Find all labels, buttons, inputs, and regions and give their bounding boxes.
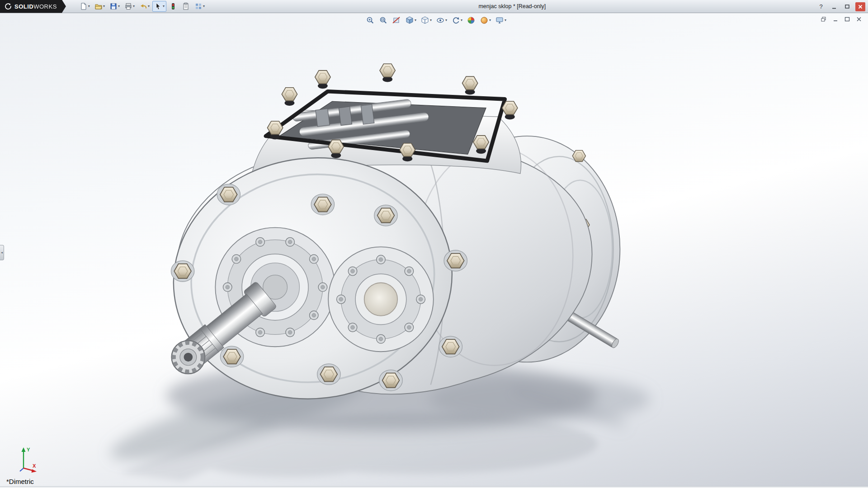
child-restore-icon: [821, 16, 827, 22]
minimize-icon: [831, 4, 837, 10]
hide-show-items-dropdown[interactable]: ▾: [445, 19, 447, 22]
rebuild-button[interactable]: [167, 1, 179, 12]
status-bar: [0, 486, 868, 488]
undo-button[interactable]: ▾: [137, 1, 151, 12]
view-settings-button[interactable]: ▾: [494, 15, 508, 26]
standard-toolbar: ▾ ▾ ▾: [78, 0, 207, 13]
open-button[interactable]: ▾: [93, 1, 107, 12]
undo-icon: [139, 2, 147, 10]
minimize-button[interactable]: [829, 2, 839, 11]
view-settings-dropdown[interactable]: ▾: [505, 19, 506, 22]
feature-manager-expand-tab[interactable]: ◂: [0, 245, 4, 260]
child-minimize-button[interactable]: [831, 16, 839, 23]
headsup-view-toolbar: ▾ ▾ ▾: [364, 15, 508, 26]
options-dropdown[interactable]: ▾: [203, 5, 205, 8]
brand-bold: SOLID: [14, 3, 33, 10]
save-dropdown[interactable]: ▾: [118, 5, 120, 8]
scene-ball-icon: [480, 16, 489, 25]
rotate-view-button[interactable]: ▾: [450, 15, 464, 26]
maximize-icon: [844, 4, 850, 10]
gearbox-top-cover: [252, 64, 521, 174]
select-dropdown[interactable]: ▾: [163, 5, 165, 8]
undo-dropdown[interactable]: ▾: [148, 5, 150, 8]
help-button[interactable]: ?: [816, 2, 826, 11]
graphics-area[interactable]: ▾ ▾ ▾: [0, 13, 868, 486]
traffic-light-icon: [169, 2, 177, 10]
select-button[interactable]: ▾: [152, 1, 166, 12]
hide-show-items-button[interactable]: ▾: [434, 15, 448, 26]
solidworks-window: SOLIDWORKS ▾ ▾: [0, 0, 868, 488]
print-button[interactable]: ▾: [123, 1, 137, 12]
child-maximize-icon: [844, 16, 850, 22]
new-document-icon: [80, 2, 88, 10]
save-icon: [109, 2, 118, 10]
display-style-button[interactable]: ▾: [419, 15, 433, 26]
open-dropdown[interactable]: ▾: [103, 5, 105, 8]
display-style-cube-icon: [420, 16, 429, 25]
eye-icon: [436, 16, 445, 25]
maximize-button[interactable]: [842, 2, 852, 11]
document-title: menjac sklop * [Read-only]: [478, 0, 546, 13]
gearbox-model[interactable]: [0, 13, 868, 486]
view-orientation-cube-icon: [405, 16, 414, 25]
secondary-flange: [328, 247, 434, 352]
window-controls: ?: [816, 0, 865, 13]
rotate-view-dropdown[interactable]: ▾: [461, 19, 462, 22]
appearance-ball-icon: [467, 16, 476, 25]
save-button[interactable]: ▾: [108, 1, 122, 12]
zoom-to-area-button[interactable]: [364, 15, 376, 26]
close-button[interactable]: [855, 2, 865, 11]
print-dropdown[interactable]: ▾: [133, 5, 135, 8]
apply-scene-dropdown[interactable]: ▾: [489, 19, 491, 22]
zoom-to-fit-icon: [379, 16, 388, 25]
zoom-to-area-icon: [366, 16, 375, 25]
new-document-dropdown[interactable]: ▾: [88, 5, 90, 8]
brand-text: SOLIDWORKS: [14, 3, 57, 10]
clipboard-icon: [182, 2, 190, 10]
child-window-controls: [820, 16, 863, 23]
view-orientation-label: *Dimetric: [6, 478, 34, 485]
edit-appearance-button[interactable]: [465, 15, 477, 26]
select-cursor-icon: [154, 2, 162, 10]
view-orientation-dropdown[interactable]: ▾: [415, 19, 416, 22]
apply-scene-button[interactable]: ▾: [478, 15, 492, 26]
triad-z-axis: [20, 468, 24, 471]
triad-x-axis: [24, 468, 33, 471]
open-folder-icon: [94, 2, 103, 10]
file-properties-button[interactable]: [180, 1, 192, 12]
child-maximize-button[interactable]: [843, 16, 851, 23]
view-orientation-button[interactable]: ▾: [404, 15, 418, 26]
rotate-view-icon: [451, 16, 460, 25]
display-style-dropdown[interactable]: ▾: [430, 19, 432, 22]
orientation-triad: Y X: [10, 445, 39, 475]
child-close-button[interactable]: [855, 16, 863, 23]
triad-x-label: X: [33, 463, 36, 469]
zoom-to-fit-button[interactable]: [377, 15, 389, 26]
print-icon: [124, 2, 132, 10]
child-minimize-icon: [832, 16, 839, 22]
options-button[interactable]: ▾: [193, 1, 207, 12]
section-view-button[interactable]: [391, 15, 402, 26]
triad-y-label: Y: [27, 447, 30, 452]
new-document-button[interactable]: ▾: [78, 1, 92, 12]
child-restore-button[interactable]: [820, 16, 827, 23]
view-settings-icon: [495, 16, 504, 25]
options-grid-icon: [194, 2, 203, 10]
ds-logo-icon: [5, 3, 12, 10]
close-icon: [857, 4, 863, 10]
solidworks-logo: SOLIDWORKS: [0, 0, 66, 13]
brand-light: WORKS: [33, 3, 57, 10]
child-close-icon: [856, 16, 862, 22]
section-view-icon: [392, 16, 401, 25]
titlebar: SOLIDWORKS ▾ ▾: [0, 0, 868, 13]
